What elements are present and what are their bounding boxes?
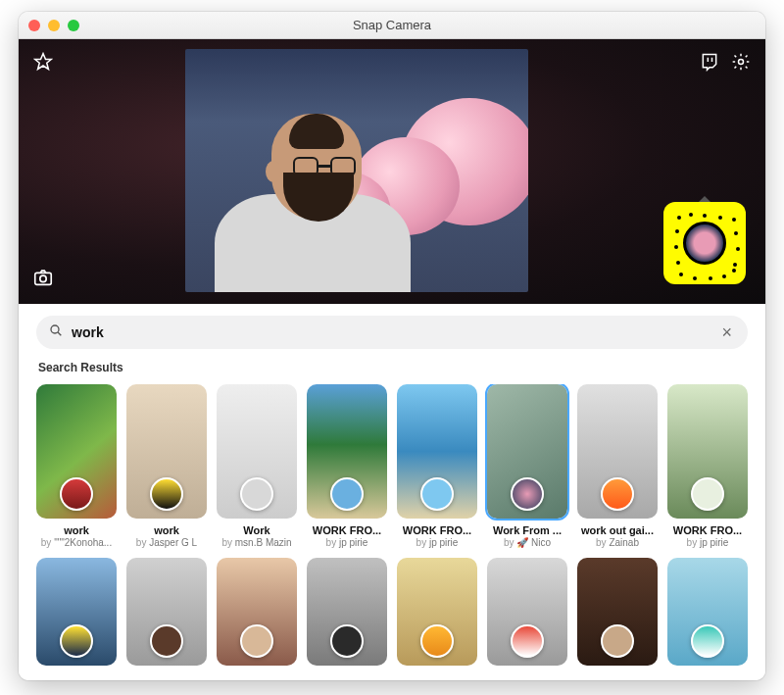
snapcode-button[interactable] xyxy=(663,202,746,284)
lens-item[interactable] xyxy=(36,558,117,666)
lens-author: by 🚀 Nico xyxy=(504,537,551,548)
lens-name: work xyxy=(154,524,179,536)
lens-badge-icon xyxy=(601,477,634,511)
settings-button[interactable] xyxy=(730,51,752,73)
lens-author: by jp pirie xyxy=(416,537,459,548)
lens-thumbnail xyxy=(126,384,207,519)
lens-thumbnail xyxy=(667,558,748,666)
lens-item[interactable]: workby """2Konoha... xyxy=(36,384,117,548)
lens-badge-icon xyxy=(691,624,724,658)
lens-author: by Zainab xyxy=(596,537,639,548)
lens-author: by """2Konoha... xyxy=(41,537,112,548)
favorites-button[interactable] xyxy=(32,51,54,73)
search-panel: × Search Results workby """2Konoha...wor… xyxy=(19,302,765,680)
lens-author: by msn.B Mazin xyxy=(221,537,291,548)
svg-rect-2 xyxy=(35,273,52,284)
window-controls xyxy=(28,20,79,31)
lens-thumbnail xyxy=(577,384,658,519)
lens-name: work xyxy=(64,524,89,536)
lens-thumbnail xyxy=(487,558,567,666)
lens-badge-icon xyxy=(511,477,544,511)
camera-preview xyxy=(185,49,528,292)
lens-item[interactable]: work out gai...by Zainab xyxy=(577,384,658,548)
search-input[interactable] xyxy=(72,324,710,340)
lens-name: WORK FRO... xyxy=(313,524,381,536)
camera-preview-area xyxy=(19,39,765,304)
lens-item[interactable] xyxy=(487,558,567,666)
svg-point-3 xyxy=(40,275,46,281)
lens-item[interactable]: workby Jasper G L xyxy=(126,384,207,548)
lens-name: WORK FRO... xyxy=(673,524,742,536)
lens-thumbnail xyxy=(307,384,387,519)
lens-name: work out gai... xyxy=(581,524,654,536)
titlebar: Snap Camera xyxy=(19,12,765,39)
lens-item[interactable] xyxy=(307,558,387,666)
lens-item[interactable] xyxy=(397,558,477,666)
lens-badge-icon xyxy=(601,624,634,658)
lens-badge-icon xyxy=(60,477,93,511)
svg-line-5 xyxy=(58,332,61,335)
lens-badge-icon xyxy=(150,477,183,511)
lens-item[interactable]: WORK FRO...by jp pirie xyxy=(307,384,387,548)
lens-thumbnail xyxy=(667,384,748,519)
minimize-window-button[interactable] xyxy=(48,20,60,31)
lens-item[interactable] xyxy=(217,558,297,666)
lens-thumbnail xyxy=(307,558,387,666)
search-icon xyxy=(48,323,64,342)
lens-badge-icon xyxy=(511,624,544,658)
lens-badge-icon xyxy=(330,624,364,658)
window-title: Snap Camera xyxy=(19,18,765,32)
lens-item[interactable]: WORK FRO...by jp pirie xyxy=(667,384,748,548)
lens-thumbnail xyxy=(36,384,117,519)
lens-author: by jp pirie xyxy=(687,537,729,548)
lens-item[interactable]: Workby msn.B Mazin xyxy=(217,384,297,548)
lens-badge-icon xyxy=(60,624,93,658)
lens-grid-row2 xyxy=(36,558,748,666)
lens-item[interactable]: Work From ...by 🚀 Nico xyxy=(487,384,567,548)
lens-badge-icon xyxy=(150,624,183,658)
lens-author: by jp pirie xyxy=(326,537,368,548)
lens-item[interactable] xyxy=(126,558,207,666)
lens-thumbnail xyxy=(217,384,297,519)
lens-grid: workby """2Konoha...workby Jasper G LWor… xyxy=(36,384,748,548)
clear-search-button[interactable]: × xyxy=(717,323,736,343)
lens-badge-icon xyxy=(420,477,454,511)
results-heading: Search Results xyxy=(38,361,746,374)
lens-badge-icon xyxy=(240,477,273,511)
lens-badge-icon xyxy=(691,477,724,511)
capture-button[interactable] xyxy=(32,267,54,288)
lens-item[interactable] xyxy=(577,558,658,666)
lens-thumbnail xyxy=(126,558,207,666)
lens-name: Work From ... xyxy=(493,524,562,536)
twitch-button[interactable] xyxy=(699,51,720,73)
app-window: Snap Camera xyxy=(19,12,765,680)
lens-thumbnail xyxy=(397,384,477,519)
lens-thumbnail xyxy=(217,558,297,666)
svg-point-1 xyxy=(739,60,744,65)
lens-item[interactable] xyxy=(667,558,748,666)
lens-badge-icon xyxy=(330,477,364,511)
search-bar: × xyxy=(36,316,748,349)
lens-thumbnail xyxy=(36,558,117,666)
lens-thumbnail xyxy=(487,384,567,519)
lens-name: WORK FRO... xyxy=(403,524,471,536)
lens-author: by Jasper G L xyxy=(136,537,197,548)
lens-thumbnail xyxy=(397,558,477,666)
lens-thumbnail xyxy=(577,558,658,666)
lens-item[interactable]: WORK FRO...by jp pirie xyxy=(397,384,477,548)
svg-marker-0 xyxy=(35,54,52,70)
svg-point-4 xyxy=(51,325,59,333)
lens-badge-icon xyxy=(240,624,273,658)
close-window-button[interactable] xyxy=(28,20,40,31)
maximize-window-button[interactable] xyxy=(68,20,79,31)
lens-badge-icon xyxy=(420,624,454,658)
lens-name: Work xyxy=(243,524,270,536)
